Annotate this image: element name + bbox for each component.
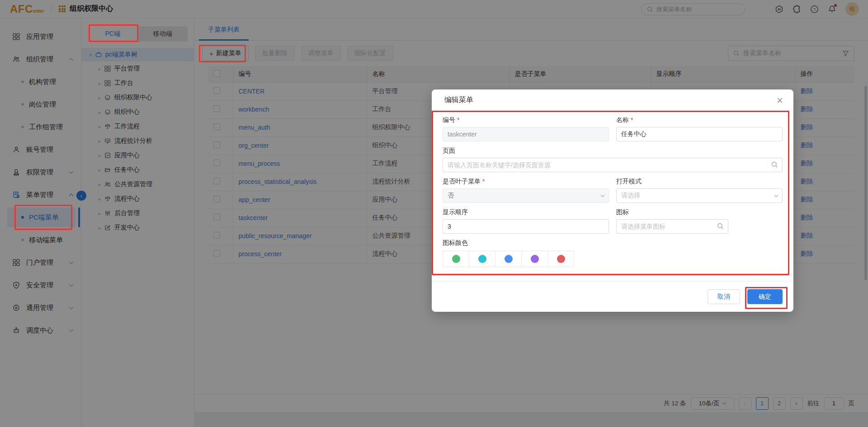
open-mode-placeholder: 请选择 [621,192,640,200]
open-mode-label: 打开模式 [616,178,783,186]
leaf-select-value: 否 [448,192,454,200]
confirm-button[interactable]: 确定 [747,289,783,304]
required-asterisk: * [457,116,459,123]
search-icon[interactable] [771,161,778,168]
chevron-down-icon [774,193,778,197]
modal-header: 编辑菜单 [432,89,793,111]
icon-field-label: 图标 [616,208,783,216]
order-field[interactable] [443,219,609,234]
order-field-label: 显示顺序 [443,208,609,216]
required-asterisk: * [482,178,485,185]
color-swatch-purple[interactable] [521,251,548,267]
cancel-button[interactable]: 取消 [708,289,740,304]
name-field[interactable] [616,127,783,141]
icon-color-picker [443,251,783,267]
color-swatch-red[interactable] [547,251,574,267]
color-swatch-green[interactable] [443,251,469,267]
page-field-label: 页面 [443,147,783,155]
edit-menu-modal: 编辑菜单 ✕ 编号* 名称* 页面 是否叶子菜单* 否 [432,89,793,312]
name-field-label: 名称* [616,116,783,124]
search-icon[interactable] [717,223,724,230]
close-icon[interactable]: ✕ [774,94,785,106]
page-field[interactable] [443,158,783,172]
leaf-select[interactable]: 否 [443,188,609,203]
modal-title: 编辑菜单 [444,95,473,105]
required-asterisk: * [631,116,633,123]
leaf-field-label: 是否叶子菜单* [443,178,609,186]
color-swatch-blue[interactable] [495,251,522,267]
open-mode-select[interactable]: 请选择 [616,188,783,203]
code-field[interactable] [443,127,609,141]
chevron-down-icon [601,193,604,197]
code-field-label: 编号* [443,116,609,124]
icon-color-label: 图标颜色 [443,239,783,247]
icon-field[interactable] [616,219,728,234]
color-swatch-cyan[interactable] [469,251,495,267]
modal-footer: 取消 确定 [432,281,793,312]
